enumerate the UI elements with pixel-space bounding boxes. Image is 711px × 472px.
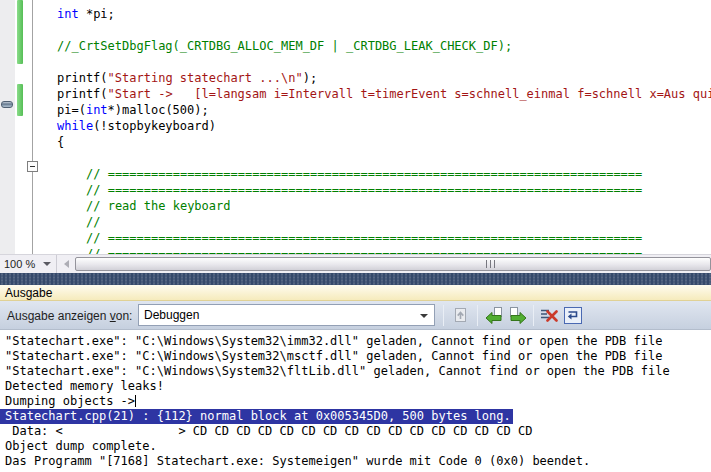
word-wrap-toggle-button[interactable] [562, 304, 584, 326]
code-line[interactable] [0, 150, 711, 166]
code-line[interactable] [0, 54, 711, 70]
code-line[interactable]: //_CrtSetDbgFlag(_CRTDBG_ALLOC_MEM_DF | … [0, 38, 711, 54]
goto-source-button[interactable] [449, 304, 471, 326]
previous-message-icon [485, 306, 503, 324]
code-line[interactable]: printf("Start -> [l=langsam i=Intervall … [0, 86, 711, 102]
code-line[interactable]: // =====================================… [0, 246, 711, 254]
text-cursor [135, 395, 136, 407]
toolbar-separator [477, 305, 478, 326]
scroll-left-button[interactable] [58, 255, 74, 273]
vs-ide-window: int *pi;//_CrtSetDbgFlag(_CRTDBG_ALLOC_M… [0, 0, 711, 472]
output-line[interactable]: "Statechart.exe": "C:\Windows\System32\m… [0, 349, 711, 364]
output-line[interactable]: Detected memory leaks! [0, 379, 711, 394]
panel-title: Ausgabe [5, 286, 52, 300]
horizontal-scrollbar-thumb[interactable] [75, 257, 711, 271]
arrow-left-icon [64, 260, 69, 268]
output-panel-header[interactable]: Ausgabe [0, 285, 711, 301]
code-line[interactable]: { [0, 134, 711, 150]
toolbar-separator [533, 305, 534, 326]
code-line[interactable]: while(!stopbykeyboard) [0, 118, 711, 134]
output-line-selected[interactable]: Statechart.cpp(21) : {112} normal block … [0, 409, 711, 424]
code-line[interactable]: // read the keyboard [0, 198, 711, 214]
output-toolbar: Ausgabe anzeigen von: Debuggen [0, 301, 711, 330]
next-message-icon [509, 306, 527, 324]
code-line[interactable]: printf("Starting statechart ...\n"); [0, 70, 711, 86]
code-line[interactable]: int *pi; [0, 6, 711, 22]
output-line[interactable]: "Statechart.exe": "C:\Windows\System32\i… [0, 334, 711, 349]
combo-value: Debuggen [144, 308, 199, 322]
output-line[interactable]: "Statechart.exe": "C:\Windows\System32\f… [0, 364, 711, 379]
output-line[interactable]: Object dump complete. [0, 439, 711, 454]
goto-source-icon [452, 307, 469, 324]
code-line[interactable]: // =====================================… [0, 230, 711, 246]
editor-zoom-select[interactable]: 100 % [0, 255, 57, 273]
output-line[interactable]: Data: < > CD CD CD CD CD CD CD CD CD CD … [0, 424, 711, 439]
output-console[interactable]: "Statechart.exe": "C:\Windows\System32\i… [0, 330, 711, 472]
next-message-button[interactable] [507, 304, 529, 326]
code-line[interactable]: // =====================================… [0, 166, 711, 182]
output-line[interactable]: Dumping objects -> [0, 394, 711, 409]
chevron-down-icon [420, 314, 428, 318]
window-background-strip [0, 273, 711, 285]
code-line[interactable] [0, 22, 711, 38]
show-output-from-label: Ausgabe anzeigen von: [7, 301, 132, 330]
scrollbar-grip-icon [486, 260, 497, 268]
toolbar-separator [443, 305, 444, 326]
code-editor[interactable]: int *pi;//_CrtSetDbgFlag(_CRTDBG_ALLOC_M… [0, 0, 711, 254]
chevron-down-icon [43, 262, 51, 266]
code-line[interactable]: // =====================================… [0, 182, 711, 198]
code-line[interactable]: // [0, 214, 711, 230]
clear-all-button[interactable] [538, 304, 560, 326]
word-wrap-icon [564, 307, 582, 324]
code-line[interactable]: pi=(int*)malloc(500); [0, 102, 711, 118]
editor-statusbar: 100 % [0, 254, 711, 273]
show-output-from-select[interactable]: Debuggen [138, 304, 435, 326]
output-line[interactable]: Das Programm "[7168] Statechart.exe: Sys… [0, 454, 711, 469]
previous-message-button[interactable] [483, 304, 505, 326]
code-lines: int *pi;//_CrtSetDbgFlag(_CRTDBG_ALLOC_M… [0, 6, 711, 254]
clear-all-icon [540, 306, 558, 324]
zoom-level-value: 100 % [4, 258, 35, 270]
